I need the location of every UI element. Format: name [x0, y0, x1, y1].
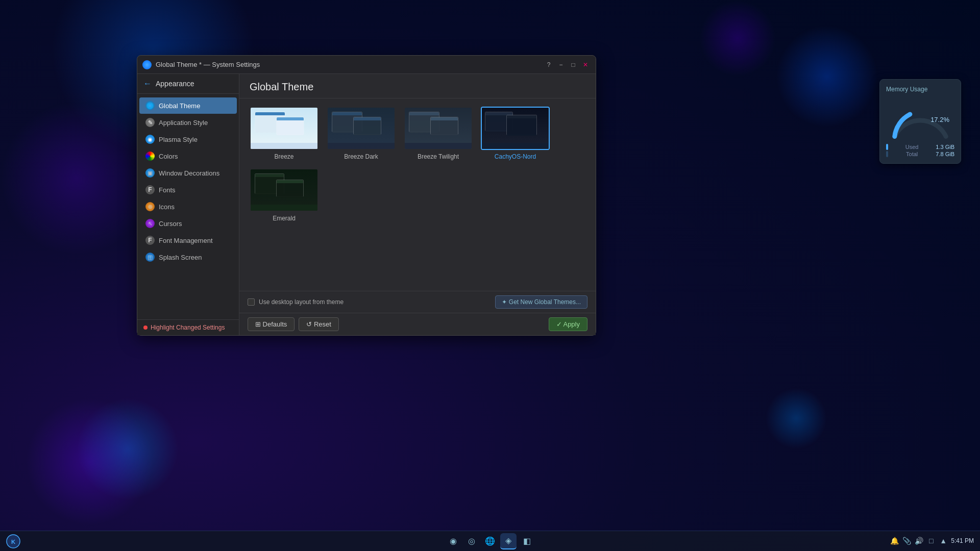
sidebar-item-label: Font Management	[159, 237, 213, 244]
system-tray: 🔔 📎 🔊 □ ▲ 5:41 PM	[884, 531, 980, 551]
theme-preview-emerald	[250, 168, 318, 212]
splash-icon: ◫	[145, 253, 155, 262]
theme-preview-breeze-twilight	[404, 107, 473, 150]
kde-logo[interactable]: K	[6, 534, 20, 548]
theme-card-emerald[interactable]: Emerald	[250, 168, 318, 222]
tray-notifications-icon[interactable]: 🔔	[890, 536, 899, 545]
total-bar-indicator	[886, 151, 888, 157]
sidebar-item-plasma-style[interactable]: ◉ Plasma Style	[139, 131, 237, 147]
content-bottom: Use desktop layout from theme ✦ Get New …	[239, 291, 596, 335]
taskbar-item-network[interactable]: 🌐	[482, 533, 498, 549]
apply-button[interactable]: ✓ Apply	[549, 317, 587, 331]
reset-button[interactable]: ↺ Reset	[299, 317, 339, 331]
themes-grid: Breeze	[239, 98, 596, 291]
highlight-indicator	[143, 325, 148, 330]
system-clock: 5:41 PM	[951, 537, 974, 544]
sidebar-item-icons[interactable]: ⊛ Icons	[139, 198, 237, 215]
bg-decoration-6	[699, 0, 776, 77]
breeze-twilight-preview-inner	[405, 108, 472, 149]
total-label: Total	[906, 151, 918, 157]
desktop-layout-checkbox-row: Use desktop layout from theme	[248, 298, 344, 306]
breeze-preview-inner	[251, 108, 317, 149]
theme-card-breeze-dark[interactable]: Breeze Dark	[327, 107, 396, 160]
sidebar-item-cursors[interactable]: ↖ Cursors	[139, 215, 237, 232]
breeze-window-body2	[277, 120, 304, 135]
sidebar-item-splash-screen[interactable]: ◫ Splash Screen	[139, 249, 237, 265]
used-label: Used	[905, 144, 919, 150]
theme-card-breeze[interactable]: Breeze	[250, 107, 318, 160]
sidebar-item-label: Plasma Style	[159, 136, 198, 143]
breeze-dark-window-body2	[354, 120, 381, 135]
sidebar-header[interactable]: ← Appearance	[137, 74, 239, 94]
taskbar-item-browser2[interactable]: ◎	[463, 533, 480, 549]
theme-card-cachyos-nord[interactable]: CachyOS-Nord	[481, 107, 550, 160]
titlebar: Global Theme * — System Settings ? − □ ✕	[137, 56, 596, 74]
breeze-dark-mini-taskbar	[328, 143, 395, 149]
theme-card-breeze-twilight[interactable]: Breeze Twilight	[404, 107, 473, 160]
breeze-mini-window2	[276, 117, 304, 135]
action-bar: ⊞ Defaults ↺ Reset ✓ Apply	[239, 313, 596, 335]
cachyos-preview-inner	[482, 108, 549, 149]
window-icon: ▣	[145, 168, 155, 178]
memory-percent: 17.2%	[930, 116, 949, 123]
sidebar-back-label: Appearance	[156, 80, 194, 88]
breeze-twilight-mini-taskbar	[405, 143, 472, 149]
theme-preview-cachyos	[481, 107, 550, 150]
close-button[interactable]: ✕	[580, 60, 591, 70]
window-controls: ? − □ ✕	[544, 60, 591, 70]
help-button[interactable]: ?	[544, 60, 554, 70]
highlight-settings-footer[interactable]: Highlight Changed Settings	[137, 319, 239, 335]
tray-clipboard-icon[interactable]: 📎	[902, 536, 911, 545]
tray-expand-icon[interactable]: ▲	[939, 536, 948, 545]
emerald-window-body2	[277, 183, 303, 197]
tray-screen-icon[interactable]: □	[926, 536, 936, 545]
sidebar-nav: 🌐 Global Theme ✎ Application Style ◉ Pla…	[137, 94, 239, 319]
sidebar-item-label: Window Decorations	[159, 169, 219, 177]
breeze-mini-taskbar	[251, 143, 317, 149]
bg-decoration-2	[0, 102, 153, 255]
sidebar-item-label: Application Style	[159, 119, 208, 127]
sidebar-item-colors[interactable]: Colors	[139, 148, 237, 164]
content-title: Global Theme	[250, 81, 585, 93]
memory-widget-title: Memory Usage	[886, 86, 954, 93]
memory-stats: Used 1.3 GiB Total 7.8 GiB	[886, 144, 954, 157]
emerald-mini-taskbar	[251, 205, 317, 211]
desktop-layout-label: Use desktop layout from theme	[259, 298, 344, 306]
cachyos-mini-taskbar	[482, 143, 549, 149]
theme-preview-breeze-dark	[327, 107, 396, 150]
sidebar-item-font-management[interactable]: F Font Management	[139, 232, 237, 248]
total-value: 7.8 GiB	[936, 151, 954, 157]
taskbar-item-files[interactable]: ◧	[519, 533, 535, 549]
get-new-themes-button[interactable]: ✦ Get New Global Themes...	[495, 295, 587, 309]
svg-text:K: K	[11, 539, 15, 545]
sidebar-item-fonts[interactable]: F Fonts	[139, 182, 237, 198]
memory-usage-widget: Memory Usage 17.2% Used 1.3 GiB Total 7.…	[879, 79, 961, 164]
back-arrow-icon[interactable]: ←	[143, 79, 152, 88]
bg-decoration-7	[766, 388, 827, 449]
taskbar-item-settings[interactable]: ◈	[500, 533, 517, 549]
emerald-preview-inner	[251, 169, 317, 211]
sidebar-item-window-decorations[interactable]: ▣ Window Decorations	[139, 165, 237, 181]
tray-volume-icon[interactable]: 🔊	[914, 536, 923, 545]
defaults-button[interactable]: ⊞ Defaults	[248, 317, 295, 331]
theme-name-emerald: Emerald	[273, 215, 296, 222]
maximize-button[interactable]: □	[568, 60, 578, 70]
fontmgmt-icon: F	[145, 236, 155, 245]
titlebar-left: Global Theme * — System Settings	[142, 60, 260, 69]
taskbar: ◉ ◎ 🌐 ◈ ◧	[0, 531, 980, 551]
content-header: Global Theme	[239, 74, 596, 98]
bg-decoration-4	[26, 398, 153, 525]
taskbar-item-browser1[interactable]: ◉	[445, 533, 461, 549]
desktop-layout-checkbox[interactable]	[248, 298, 255, 306]
colors-icon	[145, 152, 155, 161]
cachyos-window-body2	[507, 118, 536, 136]
sidebar-item-application-style[interactable]: ✎ Application Style	[139, 114, 237, 131]
minimize-button[interactable]: −	[556, 60, 566, 70]
settings-icon	[142, 60, 152, 69]
theme-preview-breeze	[250, 107, 318, 150]
breeze-dark-mini-window2	[353, 117, 381, 135]
sidebar-item-global-theme[interactable]: 🌐 Global Theme	[139, 97, 237, 114]
memory-total-row: Total 7.8 GiB	[886, 151, 954, 157]
theme-name-cachyos: CachyOS-Nord	[495, 153, 536, 160]
breeze-twilight-window-body2	[431, 120, 458, 135]
